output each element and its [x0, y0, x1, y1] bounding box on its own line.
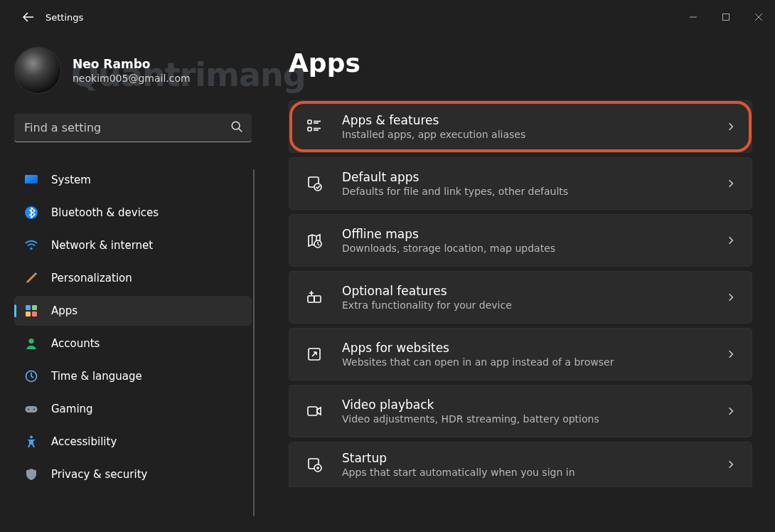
sidebar-item-label: Accessibility — [51, 435, 117, 448]
svg-point-9 — [30, 248, 33, 250]
svg-point-4 — [232, 122, 240, 129]
search-icon — [230, 120, 243, 136]
card-subtitle: Downloads, storage location, map updates — [342, 243, 726, 254]
card-apps-for-websites[interactable]: Apps for websites Websites that can open… — [289, 328, 752, 381]
sidebar-item-gaming[interactable]: Gaming — [14, 394, 252, 424]
nav-list: System Bluetooth & devices Network & int… — [14, 165, 252, 521]
avatar — [14, 47, 61, 94]
svg-rect-12 — [26, 312, 31, 316]
profile-name: Neo Rambo — [73, 57, 191, 71]
shield-icon — [24, 467, 38, 482]
svg-rect-7 — [25, 175, 38, 183]
sidebar-item-label: Network & internet — [51, 239, 153, 252]
sidebar-item-system[interactable]: System — [14, 165, 252, 195]
wifi-icon — [24, 238, 38, 252]
profile-block[interactable]: Quantrimang Neo Rambo neokim005@gmail.co… — [14, 47, 252, 94]
apps-list-icon — [305, 117, 324, 136]
card-subtitle: Extra functionality for your device — [342, 299, 726, 311]
sidebar-item-label: Accounts — [51, 337, 100, 350]
card-apps-features[interactable]: Apps & features Installed apps, app exec… — [289, 100, 752, 153]
svg-rect-30 — [314, 296, 321, 302]
svg-rect-29 — [308, 296, 314, 302]
sidebar-item-network[interactable]: Network & internet — [14, 230, 252, 260]
sidebar-item-label: System — [51, 174, 91, 186]
gamepad-icon — [24, 402, 38, 416]
svg-rect-16 — [26, 406, 38, 413]
titlebar: Settings — [0, 0, 775, 34]
minimize-button[interactable] — [677, 6, 710, 28]
sidebar-item-privacy[interactable]: Privacy & security — [14, 459, 252, 489]
chevron-right-icon — [726, 349, 736, 359]
svg-rect-13 — [32, 312, 37, 316]
svg-rect-1 — [723, 14, 729, 21]
chevron-right-icon — [726, 179, 736, 188]
default-apps-icon — [305, 174, 324, 193]
svg-rect-11 — [32, 305, 37, 310]
arrow-left-icon — [23, 11, 34, 23]
card-title: Optional features — [342, 284, 726, 298]
svg-rect-32 — [308, 407, 317, 415]
card-title: Video playback — [342, 398, 726, 412]
card-title: Offline maps — [342, 227, 726, 241]
sidebar-item-label: Apps — [51, 304, 78, 317]
search-box — [14, 114, 252, 142]
svg-rect-20 — [308, 120, 311, 124]
paintbrush-icon — [24, 271, 38, 285]
sidebar-item-label: Privacy & security — [51, 468, 147, 481]
card-title: Apps for websites — [342, 341, 726, 355]
chevron-right-icon — [726, 122, 736, 132]
profile-email: neokim005@gmail.com — [73, 73, 191, 84]
maximize-icon — [722, 14, 729, 21]
card-default-apps[interactable]: Default apps Defaults for file and link … — [289, 157, 752, 210]
card-title: Apps & features — [342, 113, 726, 127]
profile-text: Neo Rambo neokim005@gmail.com — [73, 57, 191, 84]
card-subtitle: Defaults for file and link types, other … — [342, 186, 726, 197]
svg-rect-10 — [26, 305, 31, 310]
sidebar-item-personalization[interactable]: Personalization — [14, 263, 252, 293]
optional-features-icon — [305, 288, 324, 307]
minimize-icon — [690, 14, 697, 21]
sidebar-item-label: Gaming — [51, 403, 93, 415]
settings-card-list: Apps & features Installed apps, app exec… — [289, 100, 752, 487]
video-icon — [305, 402, 324, 420]
card-subtitle: Video adjustments, HDR streaming, batter… — [342, 413, 726, 425]
sidebar-item-accessibility[interactable]: Accessibility — [14, 427, 252, 457]
sidebar-item-apps[interactable]: Apps — [14, 296, 252, 326]
card-video-playback[interactable]: Video playback Video adjustments, HDR st… — [289, 385, 752, 437]
card-offline-maps[interactable]: Offline maps Downloads, storage location… — [289, 214, 752, 267]
apps-for-websites-icon — [305, 345, 324, 363]
svg-point-19 — [30, 436, 33, 439]
card-subtitle: Installed apps, app execution aliases — [342, 129, 726, 140]
card-title: Startup — [342, 451, 726, 465]
bluetooth-icon — [24, 206, 38, 220]
sidebar-item-label: Time & language — [51, 370, 142, 383]
person-icon — [24, 336, 38, 351]
apps-icon — [24, 304, 38, 318]
display-icon — [24, 173, 38, 187]
window-controls — [677, 6, 775, 28]
sidebar-item-bluetooth[interactable]: Bluetooth & devices — [14, 198, 252, 228]
chevron-right-icon — [726, 406, 736, 416]
card-title: Default apps — [342, 170, 726, 184]
card-subtitle: Websites that can open in an app instead… — [342, 356, 726, 368]
svg-point-17 — [28, 408, 29, 410]
search-input[interactable] — [14, 114, 252, 142]
svg-line-5 — [239, 129, 242, 132]
sidebar-item-accounts[interactable]: Accounts — [14, 329, 252, 358]
clock-globe-icon — [24, 369, 38, 383]
sidebar: Quantrimang Neo Rambo neokim005@gmail.co… — [0, 34, 256, 532]
page-title: Apps — [289, 48, 752, 78]
back-button[interactable] — [14, 3, 43, 31]
sidebar-item-label: Bluetooth & devices — [51, 206, 159, 219]
maximize-button[interactable] — [710, 6, 742, 28]
close-icon — [755, 14, 762, 21]
svg-point-14 — [28, 339, 33, 344]
card-startup[interactable]: Startup Apps that start automatically wh… — [289, 442, 752, 487]
svg-rect-23 — [308, 127, 311, 131]
sidebar-item-label: Personalization — [51, 272, 132, 284]
sidebar-item-time-language[interactable]: Time & language — [14, 361, 252, 391]
accessibility-icon — [24, 435, 38, 449]
chevron-right-icon — [726, 292, 736, 302]
card-optional-features[interactable]: Optional features Extra functionality fo… — [289, 271, 752, 324]
close-button[interactable] — [742, 6, 775, 28]
